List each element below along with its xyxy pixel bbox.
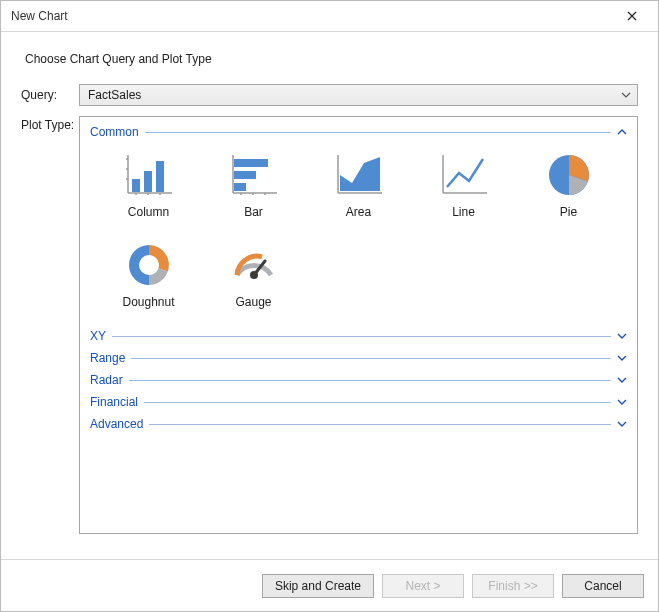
section-financial-header[interactable]: Financial: [90, 393, 627, 411]
chart-option-label: Doughnut: [122, 295, 174, 309]
page-heading: Choose Chart Query and Plot Type: [25, 52, 638, 66]
close-button[interactable]: [609, 2, 654, 31]
next-button: Next >: [382, 574, 464, 598]
gauge-chart-icon: [228, 241, 280, 289]
query-select[interactable]: FactSales: [79, 84, 638, 106]
svg-rect-14: [234, 171, 256, 179]
section-common-header[interactable]: Common: [90, 123, 627, 141]
chart-option-area[interactable]: Area: [306, 151, 411, 219]
chart-option-label: Column: [128, 205, 169, 219]
chart-option-column[interactable]: Column: [96, 151, 201, 219]
chart-option-label: Pie: [560, 205, 577, 219]
chart-option-label: Bar: [244, 205, 263, 219]
section-xy-header[interactable]: XY: [90, 327, 627, 345]
chart-option-gauge[interactable]: Gauge: [201, 241, 306, 309]
section-range-title: Range: [90, 351, 131, 365]
common-chart-grid: Column: [90, 141, 627, 309]
close-icon: [627, 11, 637, 21]
query-row: Query: FactSales: [21, 84, 638, 106]
svg-rect-2: [132, 179, 140, 192]
plot-type-panel: Common: [79, 116, 638, 534]
bar-chart-icon: [228, 151, 280, 199]
section-range-header[interactable]: Range: [90, 349, 627, 367]
plot-type-row: Plot Type: Common: [21, 116, 638, 534]
svg-rect-4: [156, 161, 164, 192]
query-label: Query:: [21, 88, 79, 102]
chevron-down-icon: [611, 333, 627, 339]
dialog-footer: Skip and Create Next > Finish >> Cancel: [1, 559, 658, 611]
section-advanced-title: Advanced: [90, 417, 149, 431]
svg-rect-3: [144, 171, 152, 192]
dialog-content: Choose Chart Query and Plot Type Query: …: [1, 32, 658, 554]
section-radar-header[interactable]: Radar: [90, 371, 627, 389]
pie-chart-icon: [543, 151, 595, 199]
area-chart-icon: [333, 151, 385, 199]
section-financial-title: Financial: [90, 395, 144, 409]
finish-button: Finish >>: [472, 574, 554, 598]
chart-option-line[interactable]: Line: [411, 151, 516, 219]
chevron-down-icon: [611, 421, 627, 427]
query-selected-value: FactSales: [88, 88, 141, 102]
svg-rect-15: [234, 183, 246, 191]
section-common-title: Common: [90, 125, 145, 139]
section-advanced-header[interactable]: Advanced: [90, 415, 627, 433]
window-title: New Chart: [11, 9, 609, 23]
column-chart-icon: [123, 151, 175, 199]
doughnut-chart-icon: [123, 241, 175, 289]
line-chart-icon: [438, 151, 490, 199]
chart-option-bar[interactable]: Bar: [201, 151, 306, 219]
chevron-up-icon: [611, 129, 627, 135]
chevron-down-icon: [621, 92, 631, 98]
chart-option-doughnut[interactable]: Doughnut: [96, 241, 201, 309]
chevron-down-icon: [611, 377, 627, 383]
cancel-button[interactable]: Cancel: [562, 574, 644, 598]
chevron-down-icon: [611, 399, 627, 405]
chart-option-label: Gauge: [235, 295, 271, 309]
titlebar: New Chart: [1, 1, 658, 32]
section-radar-title: Radar: [90, 373, 129, 387]
chart-option-label: Line: [452, 205, 475, 219]
chart-option-label: Area: [346, 205, 371, 219]
svg-rect-13: [234, 159, 268, 167]
skip-and-create-button[interactable]: Skip and Create: [262, 574, 374, 598]
chevron-down-icon: [611, 355, 627, 361]
chart-option-pie[interactable]: Pie: [516, 151, 621, 219]
section-xy-title: XY: [90, 329, 112, 343]
plot-type-label: Plot Type:: [21, 116, 79, 132]
